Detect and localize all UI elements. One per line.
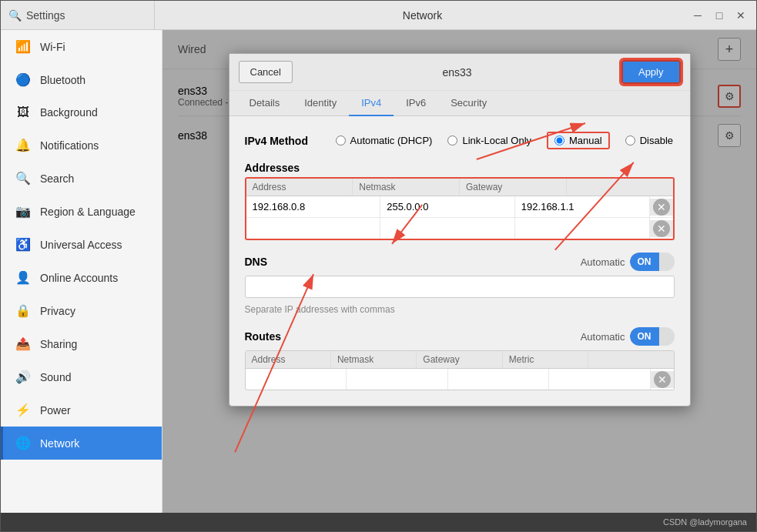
address-input-2[interactable] xyxy=(246,218,380,239)
netmask-input-1[interactable] xyxy=(380,196,514,217)
privacy-icon: 🔒 xyxy=(15,303,31,318)
address-cell-2[interactable] xyxy=(246,218,381,239)
sidebar-item-sound[interactable]: 🔊 Sound xyxy=(1,360,162,393)
tab-security[interactable]: Security xyxy=(438,91,499,116)
method-options: Automatic (DHCP) Link-Local Only Manual xyxy=(336,132,674,149)
dns-automatic-label: Automatic xyxy=(581,256,625,268)
remove-col-1: ✕ xyxy=(650,199,673,216)
notifications-icon: 🔔 xyxy=(15,138,31,152)
radio-link-local[interactable]: Link-Local Only xyxy=(447,132,531,149)
sidebar-item-privacy[interactable]: 🔒 Privacy xyxy=(1,294,162,327)
sidebar-item-network[interactable]: 🌐 Network xyxy=(1,427,162,460)
remove-address-button-2[interactable]: ✕ xyxy=(653,220,670,237)
routes-toggle-off[interactable] xyxy=(659,327,675,346)
routes-toggle[interactable]: ON xyxy=(630,327,675,346)
netmask-cell-2[interactable] xyxy=(380,218,515,239)
dns-input[interactable] xyxy=(245,276,675,298)
addresses-table: Address Netmask Gateway xyxy=(245,177,675,240)
sidebar-item-wifi[interactable]: 📶 Wi-Fi xyxy=(1,30,162,63)
route-col-netmask: Netmask xyxy=(331,351,417,368)
route-metric-cell[interactable] xyxy=(549,369,651,390)
method-label: IPv4 Method xyxy=(245,135,330,147)
titlebar-controls: ─ □ ✕ xyxy=(690,8,756,23)
sidebar-item-bluetooth[interactable]: 🔵 Bluetooth xyxy=(1,63,162,96)
tab-ipv4[interactable]: IPv4 xyxy=(349,91,394,116)
sidebar-item-search[interactable]: 🔍 Search xyxy=(1,162,162,195)
address-row-1: ✕ xyxy=(246,196,673,218)
col-gateway: Gateway xyxy=(460,179,567,196)
sidebar-item-region[interactable]: 📷 Region & Language xyxy=(1,195,162,228)
route-col-metric: Metric xyxy=(503,351,588,368)
address-input-1[interactable] xyxy=(246,196,380,217)
dns-section: DNS Automatic ON Separate xyxy=(245,253,675,315)
content-area: 📶 Wi-Fi 🔵 Bluetooth 🖼 Background 🔔 Notif… xyxy=(1,30,756,513)
search-nav-icon: 🔍 xyxy=(15,171,31,186)
sidebar-item-power[interactable]: ⚡ Power xyxy=(1,393,162,427)
background-icon: 🖼 xyxy=(15,105,31,119)
maximize-button[interactable]: □ xyxy=(712,8,727,23)
app-name: Settings xyxy=(26,9,65,22)
ipv4-method-row: IPv4 Method Automatic (DHCP) Link-Local … xyxy=(245,132,675,149)
netmask-input-2[interactable] xyxy=(380,218,514,239)
sidebar-item-universal-access[interactable]: ♿ Universal Access xyxy=(1,228,162,261)
gateway-cell-2[interactable] xyxy=(515,218,650,239)
modal-header: Cancel ens33 Apply xyxy=(229,54,690,91)
modal-title: ens33 xyxy=(299,66,615,79)
bluetooth-icon: 🔵 xyxy=(15,72,31,87)
tab-ipv6[interactable]: IPv6 xyxy=(394,91,438,116)
route-address-cell[interactable] xyxy=(246,369,347,390)
sidebar-item-online-accounts[interactable]: 👤 Online Accounts xyxy=(1,261,162,294)
tab-details[interactable]: Details xyxy=(237,91,293,116)
dns-toggle[interactable]: ON xyxy=(630,253,675,271)
gateway-cell-1[interactable] xyxy=(515,196,650,217)
sidebar-item-label: Notifications xyxy=(40,139,99,152)
sidebar-item-sharing[interactable]: 📤 Sharing xyxy=(1,327,162,360)
routes-toggle-on[interactable]: ON xyxy=(630,327,659,346)
sidebar-item-label: Universal Access xyxy=(40,239,122,251)
routes-label: Routes xyxy=(245,330,281,343)
dns-toggle-off[interactable] xyxy=(659,253,675,271)
modal-tabs: Details Identity IPv4 IPv6 Security xyxy=(229,91,690,116)
netmask-cell-1[interactable] xyxy=(380,196,515,217)
radio-disable[interactable]: Disable xyxy=(625,132,673,149)
remove-address-button-1[interactable]: ✕ xyxy=(653,199,670,216)
sidebar-item-notifications[interactable]: 🔔 Notifications xyxy=(1,129,162,162)
route-metric-input[interactable] xyxy=(549,369,650,390)
route-address-input[interactable] xyxy=(246,369,347,390)
gateway-input-1[interactable] xyxy=(515,196,649,217)
sidebar-item-label: Search xyxy=(40,172,74,185)
route-gateway-input[interactable] xyxy=(448,369,549,390)
sidebar-item-label: Background xyxy=(40,106,98,119)
sidebar-item-background[interactable]: 🖼 Background xyxy=(1,96,162,129)
close-button[interactable]: ✕ xyxy=(733,8,749,23)
apply-button[interactable]: Apply xyxy=(621,60,681,84)
watermark: CSDN @ladymorgana xyxy=(663,517,747,527)
addresses-section: Addresses Address Netmask Gateway xyxy=(245,162,675,240)
radio-automatic[interactable]: Automatic (DHCP) xyxy=(336,132,433,149)
route-netmask-input[interactable] xyxy=(347,369,447,390)
dns-toggle-group: Automatic ON xyxy=(581,253,675,271)
routes-automatic-label: Automatic xyxy=(581,331,625,343)
route-gateway-cell[interactable] xyxy=(448,369,550,390)
tab-identity[interactable]: Identity xyxy=(292,91,349,116)
minimize-button[interactable]: ─ xyxy=(690,8,705,23)
address-cell-1[interactable] xyxy=(246,196,381,217)
sidebar: 📶 Wi-Fi 🔵 Bluetooth 🖼 Background 🔔 Notif… xyxy=(1,30,162,513)
online-accounts-icon: 👤 xyxy=(15,270,31,285)
sidebar-item-label: Region & Language xyxy=(40,206,136,218)
addresses-label: Addresses xyxy=(245,162,675,174)
wifi-icon: 📶 xyxy=(15,39,31,54)
sidebar-item-label: Power xyxy=(40,404,71,417)
dns-toggle-on[interactable]: ON xyxy=(630,253,659,271)
region-icon: 📷 xyxy=(15,204,31,219)
routes-table: Address Netmask Gateway Metric xyxy=(245,350,675,390)
route-netmask-cell[interactable] xyxy=(347,369,448,390)
sidebar-item-label: Wi-Fi xyxy=(40,41,65,53)
gateway-input-2[interactable] xyxy=(515,218,649,239)
routes-section: Routes Automatic ON xyxy=(245,327,675,390)
cancel-button[interactable]: Cancel xyxy=(239,61,293,83)
dns-header: DNS Automatic ON xyxy=(245,253,675,271)
remove-route-button[interactable]: ✕ xyxy=(654,371,671,388)
col-address: Address xyxy=(246,179,353,196)
radio-manual[interactable]: Manual xyxy=(547,132,610,149)
